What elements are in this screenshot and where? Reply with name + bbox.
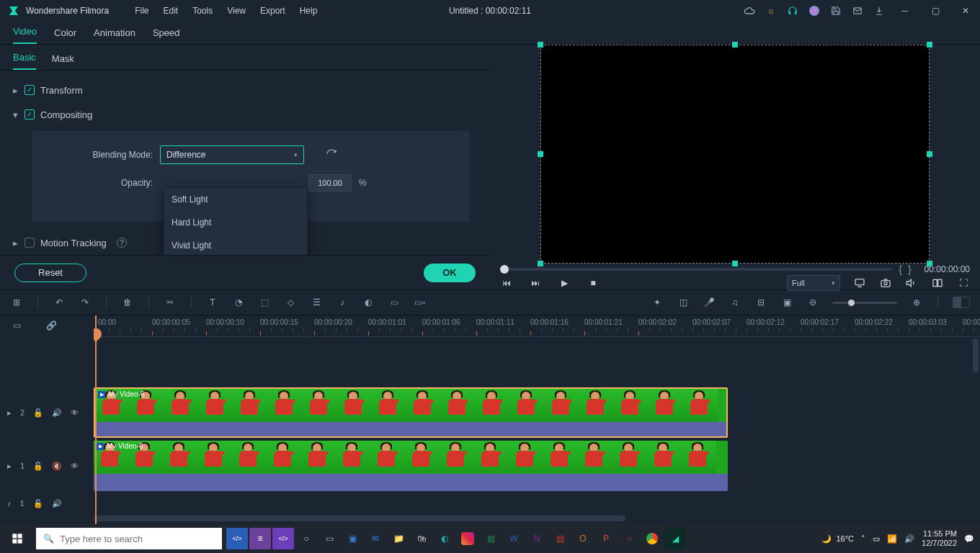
opacity-input[interactable]: 100.00 [308, 174, 352, 192]
tab-video[interactable]: Video [13, 26, 37, 44]
resize-handle[interactable] [927, 42, 932, 48]
effects-icon[interactable]: ✦ [651, 296, 664, 309]
lock-icon[interactable]: 🔓 [33, 499, 43, 508]
resize-handle[interactable] [538, 151, 543, 157]
mail-icon[interactable] [852, 5, 863, 17]
timeline-body[interactable]: 00:0000:00:00:0500:00:00:1000:00:00:1500… [94, 315, 980, 524]
lock-icon[interactable]: 🔓 [33, 408, 43, 418]
speed-icon[interactable]: ◇ [284, 296, 297, 309]
zoom-in-icon[interactable]: ⊕ [910, 296, 923, 309]
speaker-icon[interactable]: 🔊 [52, 499, 62, 508]
playhead[interactable] [95, 315, 97, 524]
dropdown-option[interactable]: Soft Light [164, 188, 307, 211]
chrome-icon[interactable] [641, 528, 663, 549]
notifications-icon[interactable]: 💬 [964, 534, 974, 544]
tab-speed[interactable]: Speed [153, 27, 180, 44]
tray-chevron-icon[interactable]: ˄ [861, 534, 865, 544]
timer-icon[interactable]: ◔ [232, 296, 245, 309]
app-pinned[interactable]: ▣ [342, 528, 363, 549]
minimize-button[interactable]: ─ [895, 4, 915, 18]
app-pinned[interactable]: ▤ [549, 528, 571, 549]
vertical-scrollbar[interactable] [973, 338, 979, 373]
menu-export[interactable]: Export [254, 3, 291, 19]
start-button[interactable] [0, 524, 35, 553]
prev-frame-button[interactable]: ⏮ [500, 276, 513, 289]
onenote-icon[interactable]: N [526, 528, 548, 549]
resize-handle[interactable] [732, 42, 738, 48]
motion-tracking-checkbox[interactable] [24, 238, 35, 248]
scrollbar-thumb[interactable] [94, 516, 625, 521]
playhead-knob[interactable] [94, 328, 102, 340]
app-pinned[interactable]: </> [226, 528, 248, 549]
dropdown-option[interactable]: Vivid Light [164, 234, 307, 255]
transform-checkbox[interactable] [24, 85, 35, 95]
color-icon[interactable]: ◐ [362, 296, 375, 309]
video-track-2-header[interactable]: ▸ 2 🔓 🔊 👁 [0, 386, 94, 439]
compositing-checkbox[interactable] [24, 109, 35, 120]
taskbar-search[interactable]: 🔍 [36, 528, 222, 549]
undo-icon[interactable]: ↶ [53, 296, 66, 309]
cloud-icon[interactable] [744, 5, 755, 17]
next-frame-button[interactable]: ⏭ [529, 276, 542, 289]
filmora-app-icon[interactable]: ◢ [664, 528, 686, 549]
render-icon[interactable]: ▣ [780, 296, 793, 309]
speaker-icon[interactable]: 🔊 [52, 408, 62, 418]
menu-edit[interactable]: Edit [158, 3, 184, 19]
clip-selected[interactable]: ▶My Video-6 [94, 387, 728, 438]
time-ruler[interactable]: 00:0000:00:00:0500:00:00:1000:00:00:1500… [94, 315, 980, 337]
subtab-basic[interactable]: Basic [13, 52, 36, 70]
group-icon[interactable]: ▭▫ [414, 296, 427, 309]
volume-icon[interactable] [905, 276, 918, 289]
play-button[interactable]: ▶ [558, 276, 571, 289]
split-icon[interactable]: ✂ [164, 296, 177, 309]
compare-icon[interactable] [931, 276, 944, 289]
reset-button[interactable]: Reset [14, 264, 86, 282]
resize-handle[interactable] [538, 261, 543, 266]
word-icon[interactable]: W [503, 528, 525, 549]
clip[interactable]: ▶My Video-6 [94, 441, 728, 491]
music-icon[interactable]: ♫ [729, 296, 741, 309]
zoom-out-icon[interactable]: ⊖ [806, 296, 819, 309]
resize-handle[interactable] [732, 261, 738, 266]
headphones-icon[interactable] [787, 5, 798, 17]
audio-icon[interactable]: ♪ [336, 296, 349, 309]
mark-in-icon[interactable]: { [899, 264, 902, 275]
reset-blend-icon[interactable] [326, 148, 337, 162]
section-compositing[interactable]: ▾ Compositing [12, 102, 490, 127]
scrub-track[interactable] [500, 268, 893, 271]
dropdown-option[interactable]: Hard Light [164, 211, 307, 234]
info-icon[interactable]: ? [117, 238, 127, 248]
lightbulb-icon[interactable]: ☼ [765, 5, 777, 17]
scrub-knob[interactable] [500, 265, 509, 274]
quality-select[interactable]: Full ▾ [787, 275, 840, 291]
adjust-icon[interactable]: ☰ [310, 296, 323, 309]
horizontal-scrollbar[interactable] [94, 516, 980, 523]
mute-icon[interactable]: 🔇 [52, 462, 62, 471]
edge-icon[interactable]: ◐ [434, 528, 455, 549]
link-icon[interactable]: 🔗 [46, 320, 58, 332]
subtab-mask[interactable]: Mask [52, 53, 74, 70]
menu-help[interactable]: Help [294, 3, 324, 19]
mark-out-icon[interactable]: } [908, 264, 912, 275]
toggle-layout[interactable] [953, 297, 970, 308]
text-icon[interactable]: T [206, 296, 219, 309]
clock[interactable]: 11:55 PM 12/7/2022 [922, 529, 957, 548]
tab-color[interactable]: Color [54, 27, 76, 44]
app-pinned[interactable] [457, 528, 478, 549]
blending-mode-select[interactable]: Difference ▾ [160, 145, 304, 164]
tab-animation[interactable]: Animation [94, 27, 135, 44]
download-icon[interactable] [873, 5, 885, 17]
powerpoint-icon[interactable]: P [595, 528, 617, 549]
audio-track-1-header[interactable]: ♪ 1 🔓 🔊 [0, 493, 94, 514]
crop-icon[interactable]: ⬚ [258, 296, 271, 309]
sound-icon[interactable]: 🔊 [904, 534, 914, 544]
preview-canvas-area[interactable] [540, 45, 930, 264]
mixer-icon[interactable]: ⊟ [754, 296, 767, 309]
eye-icon[interactable]: 👁 [71, 462, 81, 470]
delete-icon[interactable]: 🗑 [121, 296, 134, 309]
mic-icon[interactable]: 🎤 [703, 296, 716, 309]
weather-widget[interactable]: 🌙 16°C [821, 534, 854, 544]
opera-icon[interactable]: ○ [618, 528, 640, 549]
mail-app-icon[interactable]: ✉ [365, 528, 386, 549]
explorer-icon[interactable]: 📁 [388, 528, 409, 549]
